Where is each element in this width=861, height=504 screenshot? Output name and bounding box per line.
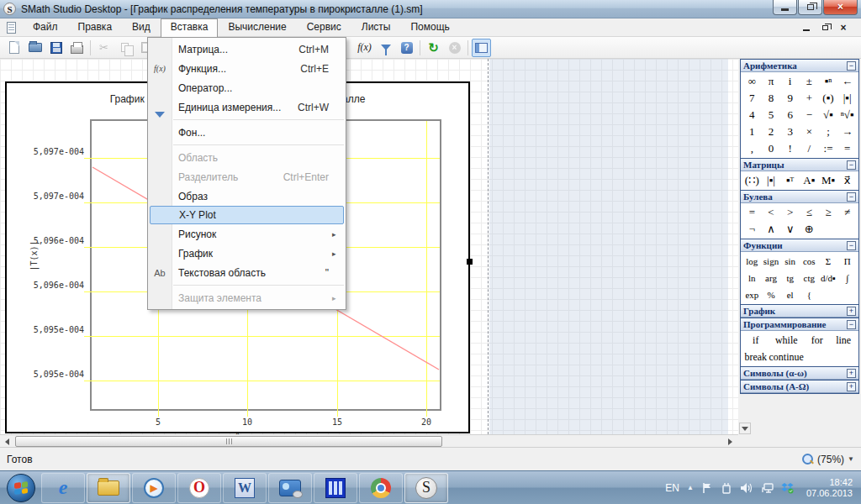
- zoom-control[interactable]: (75%) ▼: [801, 453, 854, 465]
- taskbar-app-windows-explorer[interactable]: [87, 473, 130, 503]
- palette-button[interactable]: %: [762, 286, 781, 303]
- menu-item[interactable]: [148, 142, 346, 148]
- palette-button[interactable]: break: [742, 349, 769, 365]
- expand-toggle[interactable]: +: [847, 307, 856, 316]
- palette-button[interactable]: √▪: [819, 107, 838, 123]
- palette-header[interactable]: Символы (А-Ω) +: [741, 381, 858, 393]
- palette-button[interactable]: for: [804, 332, 831, 349]
- palette-button[interactable]: i: [780, 73, 800, 90]
- menu-item[interactable]: Оператор...: [148, 78, 346, 97]
- palette-button[interactable]: →: [837, 123, 857, 140]
- menu-item[interactable]: [148, 282, 346, 288]
- insert-unit-button[interactable]: [376, 39, 395, 57]
- child-close-button[interactable]: ×: [837, 23, 849, 33]
- menu-item[interactable]: Фон...: [148, 123, 346, 142]
- palette-button[interactable]: 0: [762, 140, 781, 157]
- palette-button[interactable]: sin: [780, 253, 800, 270]
- menu-item[interactable]: f(x) Функция... Ctrl+E: [148, 59, 346, 78]
- palette-button[interactable]: ln: [742, 270, 762, 286]
- menubar-item[interactable]: Листы: [351, 18, 401, 37]
- palette-button[interactable]: ←: [837, 73, 857, 90]
- palette-button[interactable]: ;: [819, 123, 838, 140]
- menubar-item[interactable]: Вставка: [161, 18, 219, 37]
- palette-button[interactable]: /: [800, 140, 819, 157]
- menu-item[interactable]: Защита элемента ▸: [148, 288, 346, 307]
- palette-button[interactable]: 3: [780, 123, 800, 140]
- worksheet-canvas[interactable]: График распределения температуры в пирок…: [0, 59, 738, 434]
- menubar-item[interactable]: Файл: [23, 18, 68, 37]
- palette-button[interactable]: 4: [742, 107, 762, 123]
- palette-button[interactable]: 5: [762, 107, 781, 123]
- menu-item[interactable]: [148, 117, 346, 123]
- close-button[interactable]: ×: [823, 0, 858, 15]
- palette-button[interactable]: ∞: [742, 73, 762, 90]
- taskbar-app-chrome[interactable]: [359, 473, 403, 503]
- menubar-item[interactable]: Вычисление: [218, 18, 296, 37]
- palette-button[interactable]: {: [800, 286, 819, 303]
- clock[interactable]: 18:42 07.06.2013: [801, 477, 853, 499]
- expand-toggle[interactable]: +: [847, 369, 856, 378]
- palette-button[interactable]: while: [769, 332, 804, 349]
- collapse-toggle[interactable]: −: [847, 160, 856, 170]
- reference-book-button[interactable]: ?: [397, 39, 416, 57]
- palette-button[interactable]: 2: [762, 123, 781, 140]
- palette-button[interactable]: A▪: [800, 172, 819, 189]
- palette-button[interactable]: exp: [742, 286, 762, 303]
- palette-header[interactable]: Программирование −: [741, 318, 858, 331]
- palette-button[interactable]: ≤: [800, 204, 819, 221]
- palette-header[interactable]: Символы (α-ω) +: [741, 367, 858, 380]
- scroll-left-button[interactable]: [0, 436, 13, 447]
- save-button[interactable]: [46, 39, 66, 57]
- network-icon[interactable]: [761, 482, 774, 494]
- palette-button[interactable]: d/d▪: [819, 270, 838, 286]
- scrollbar-thumb[interactable]: [15, 436, 442, 447]
- palette-header[interactable]: Булева −: [741, 191, 858, 203]
- palette-button[interactable]: x⃗: [837, 172, 857, 189]
- palette-button[interactable]: ▪ⁿ: [819, 73, 838, 90]
- taskbar-app-smath-studio[interactable]: S: [404, 473, 448, 503]
- palette-button[interactable]: +: [800, 90, 819, 107]
- volume-icon[interactable]: [740, 482, 753, 494]
- palette-button[interactable]: 1: [742, 123, 762, 140]
- restore-button[interactable]: [798, 0, 822, 15]
- taskbar-app-internet-explorer[interactable]: e: [41, 473, 85, 503]
- palette-button[interactable]: cos: [800, 253, 819, 270]
- palette-button[interactable]: ≥: [819, 204, 838, 221]
- palette-button[interactable]: Π: [837, 253, 857, 270]
- menu-item[interactable]: Разделитель Ctrl+Enter: [148, 167, 346, 186]
- palette-header[interactable]: Матрицы −: [741, 159, 858, 171]
- show-hidden-icons-button[interactable]: ▲: [687, 484, 694, 491]
- palette-button[interactable]: 6: [780, 107, 800, 123]
- dropbox-icon[interactable]: [781, 482, 794, 494]
- menu-item[interactable]: Образ: [148, 186, 346, 206]
- palette-button[interactable]: =: [837, 140, 857, 157]
- menu-item[interactable]: Область: [148, 148, 346, 167]
- taskbar-app-control-panel[interactable]: [268, 473, 312, 503]
- child-restore-button[interactable]: [819, 23, 831, 33]
- palette-button[interactable]: π: [762, 73, 781, 90]
- language-indicator[interactable]: EN: [665, 482, 679, 494]
- menu-item[interactable]: Единица измерения... Ctrl+W: [148, 97, 346, 117]
- palette-button[interactable]: arg: [762, 270, 781, 286]
- collapse-toggle[interactable]: −: [847, 192, 856, 202]
- scroll-right-button[interactable]: [723, 436, 737, 447]
- recalculate-button[interactable]: ↻: [424, 39, 443, 57]
- menu-item[interactable]: X-Y Plot: [150, 206, 344, 224]
- palette-button[interactable]: continue: [769, 349, 804, 365]
- scroll-down-button[interactable]: [739, 423, 751, 434]
- palette-button[interactable]: (∷): [742, 172, 762, 189]
- palette-button[interactable]: −: [800, 107, 819, 123]
- print-button[interactable]: [67, 39, 87, 57]
- palette-button[interactable]: |▪|: [762, 172, 781, 189]
- palette-button[interactable]: ⊕: [800, 221, 819, 238]
- palette-button[interactable]: =: [742, 204, 762, 221]
- menubar-item[interactable]: Вид: [122, 18, 161, 37]
- menu-item[interactable]: Матрица... Ctrl+M: [148, 39, 346, 59]
- palette-button[interactable]: (▪): [819, 90, 838, 107]
- insert-function-button[interactable]: f(x): [355, 39, 374, 57]
- start-button[interactable]: [7, 474, 35, 502]
- collapse-toggle[interactable]: −: [847, 61, 856, 71]
- palette-button[interactable]: >: [780, 204, 800, 221]
- horizontal-scrollbar[interactable]: [0, 434, 738, 447]
- palette-header[interactable]: Арифметика −: [741, 60, 858, 72]
